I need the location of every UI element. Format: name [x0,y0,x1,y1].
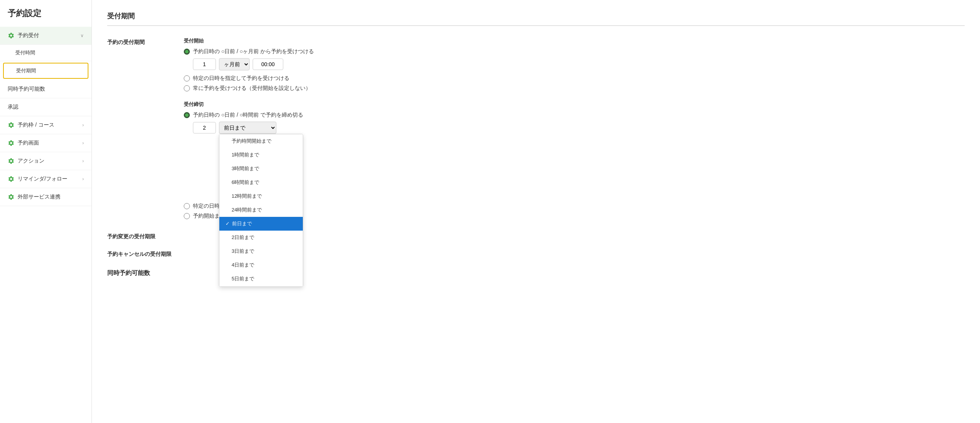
gear-icon [8,194,15,200]
sidebar-item-label: 承認 [8,104,18,111]
gear-icon [8,32,15,39]
sidebar-item-label: 外部サービス連携 [18,194,60,200]
radio-row-specific-date: 特定の日時を指定して予約を受けつける [184,75,965,82]
section-title: 受付期間 [107,11,965,26]
dropdown-item-3h[interactable]: 3時間前まで [219,162,303,176]
check-mark-icon: ✓ [225,221,230,226]
change-deadline-label: 予約変更の受付期限 [107,232,184,240]
gear-icon [8,176,15,182]
deadline-num-input[interactable] [193,122,216,133]
radio-label-always[interactable]: 常に予約を受けつける（受付開始を設定しない） [193,85,311,92]
sidebar-item-left: 予約枠 / コース [8,122,54,129]
chevron-down-icon: ∨ [80,33,84,38]
dropdown-item-3d[interactable]: 3日前まで [219,244,303,258]
radio-label-specific-date[interactable]: 特定の日時を指定して予約を受けつける [193,75,289,82]
dropdown-item-6d[interactable]: 6日前まで [219,286,303,287]
deadline-dropdown-menu: 予約時間開始まで 1時間前まで 3時間前まで 6時間前まで 12時間前まで 24… [219,134,303,287]
sidebar-item-shonin[interactable]: 承認 [0,98,91,116]
chevron-right-icon: › [82,176,84,182]
sidebar-item-label: 予約画面 [18,140,39,146]
sidebar-item-left: 同時予約可能数 [8,86,45,93]
dropdown-item-5d[interactable]: 5日前まで [219,272,303,286]
sidebar-item-left: 予約受付 [8,32,39,39]
receipt-start-num-input[interactable] [193,59,216,70]
sidebar-sub-item-uketsuke-jikan[interactable]: 受付時間 [0,45,91,61]
sidebar-item-yoyaku-gamen[interactable]: 予約画面 › [0,134,91,152]
sidebar-sub-item-uketsuke-kikan[interactable]: 受付期間 [3,63,88,79]
radio-label-before-days[interactable]: 予約日時の ○日前 / ○ヶ月前 から予約を受けつける [193,48,314,55]
page-title: 予約設定 [0,8,91,27]
sidebar-item-gabu-service[interactable]: 外部サービス連携 [0,188,91,206]
chevron-right-icon: › [82,140,84,146]
sidebar-item-label: 同時予約可能数 [8,86,45,93]
radio-before-days[interactable] [184,49,190,55]
deadline-unit-select[interactable]: 予約時間開始まで 1時間前まで 3時間前まで 6時間前まで 12時間前まで 24… [219,122,276,134]
sidebar-sub-item-label: 受付期間 [16,68,36,73]
deadline-unit-dropdown-container: 予約時間開始まで 1時間前まで 3時間前まで 6時間前まで 12時間前まで 24… [219,122,276,134]
receipt-period-content: 受付開始 予約日時の ○日前 / ○ヶ月前 から予約を受けつける ヶ月前 日前 [184,37,965,223]
sidebar-item-left: アクション [8,158,44,164]
radio-specific-deadline[interactable] [184,203,190,209]
sidebar-item-label: 予約枠 / コース [18,122,54,129]
sidebar-item-yoyaku-uketsuke[interactable]: 予約受付 ∨ [0,27,91,45]
gear-icon [8,158,15,164]
receipt-start-unit-select[interactable]: ヶ月前 日前 [219,58,250,70]
receipt-deadline-label: 受付締切 [184,101,965,108]
sidebar-item-doji-yoyaku[interactable]: 同時予約可能数 [0,80,91,98]
gear-icon [8,122,15,129]
radio-row-deadline-before-days: 予約日時の ○日前 / ○時間前 で予約を締め切る [184,112,965,119]
chevron-right-icon: › [82,158,84,164]
sidebar-item-left: 外部サービス連携 [8,194,60,200]
radio-specific-date[interactable] [184,75,190,81]
receipt-period-row: 予約の受付期間 受付開始 予約日時の ○日前 / ○ヶ月前 から予約を受けつける… [107,37,965,223]
radio-label-deadline-before-days[interactable]: 予約日時の ○日前 / ○時間前 で予約を締め切る [193,112,303,119]
radio-deadline-before-days[interactable] [184,112,190,118]
radio-yoyaku-start[interactable] [184,213,190,219]
dropdown-item-1h[interactable]: 1時間前まで [219,148,303,162]
sidebar-sub-item-label: 受付時間 [15,50,35,55]
receipt-period-label: 予約の受付期間 [107,37,184,46]
sidebar-item-reminder[interactable]: リマインダ/フォロー › [0,170,91,188]
sidebar-item-left: リマインダ/フォロー [8,176,67,182]
receipt-start-time-input[interactable] [253,59,283,70]
dropdown-item-start[interactable]: 予約時間開始まで [219,134,303,148]
deadline-input-row: 予約時間開始まで 1時間前まで 3時間前まで 6時間前まで 12時間前まで 24… [193,122,965,134]
main-content: 受付期間 予約の受付期間 受付開始 予約日時の ○日前 / ○ヶ月前 から予約を… [92,0,980,423]
receipt-start-input-row: ヶ月前 日前 [193,58,965,70]
dropdown-item-4d[interactable]: 4日前まで [219,258,303,272]
dropdown-item-6h[interactable]: 6時間前まで [219,176,303,189]
sidebar-item-label: リマインダ/フォロー [18,176,67,182]
cancel-deadline-label: 予約キャンセルの受付期限 [107,249,184,258]
dropdown-item-24h[interactable]: 24時間前まで [219,203,303,217]
sidebar: 予約設定 予約受付 ∨ 受付時間 受付期間 同時予約可能数 [0,0,92,423]
receipt-start-label: 受付開始 [184,37,965,44]
radio-row-before-days: 予約日時の ○日前 / ○ヶ月前 から予約を受けつける [184,48,965,55]
sidebar-item-label: 予約受付 [18,32,39,39]
radio-row-always: 常に予約を受けつける（受付開始を設定しない） [184,85,965,92]
sidebar-item-yoyaku-waku[interactable]: 予約枠 / コース › [0,116,91,134]
sidebar-item-action[interactable]: アクション › [0,152,91,170]
dropdown-item-2d[interactable]: 2日前まで [219,231,303,244]
sidebar-item-left: 承認 [8,104,18,111]
chevron-right-icon: › [82,122,84,128]
gear-icon [8,140,15,146]
radio-always[interactable] [184,85,190,91]
dropdown-item-12h[interactable]: 12時間前まで [219,189,303,203]
sidebar-item-label: アクション [18,158,44,164]
sidebar-item-left: 予約画面 [8,140,39,146]
dropdown-item-prev-day[interactable]: ✓前日まで [219,217,303,231]
